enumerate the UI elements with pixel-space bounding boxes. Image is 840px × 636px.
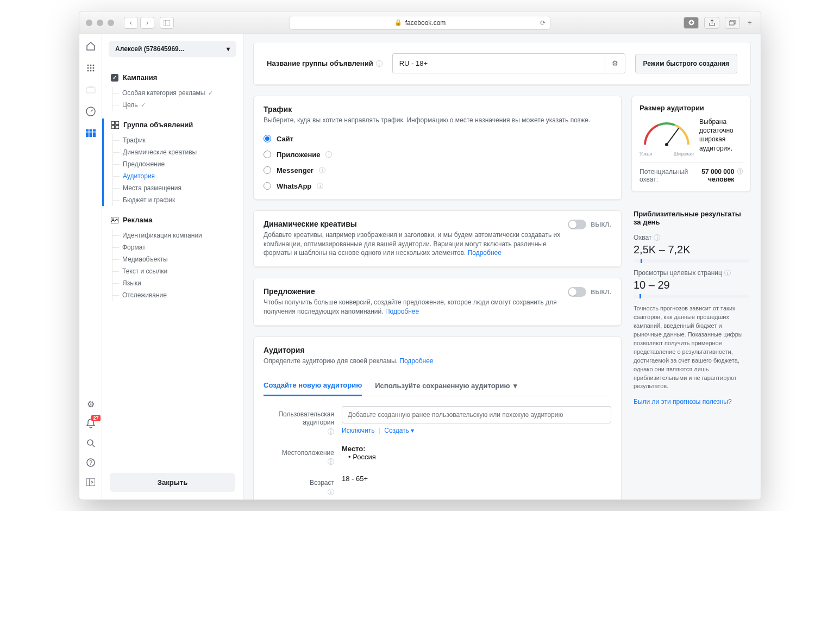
info-icon[interactable]: i [724,270,731,276]
reload-icon[interactable]: ⟳ [540,19,546,27]
exclude-link[interactable]: Исключить [342,427,374,434]
chevron-down-icon: ▾ [513,382,517,390]
info-icon[interactable]: i [654,234,660,241]
sidebar-item-placements[interactable]: Места размещения [113,182,243,194]
notifications-icon[interactable]: 27 [85,418,96,429]
help-icon[interactable]: ? [85,457,96,468]
dynamic-state: ВЫКЛ. [591,221,611,228]
reach-bar [634,259,749,263]
close-button[interactable]: Закрыть [110,473,235,492]
dashboard-icon[interactable] [85,106,96,117]
svg-rect-17 [89,129,92,137]
offer-toggle[interactable]: ВЫКЛ. [568,287,611,297]
name-settings-button[interactable]: ⚙ [605,53,625,73]
svg-point-11 [87,70,89,72]
svg-rect-19 [86,132,96,133]
traffic-option-messenger[interactable]: Messengeri [264,166,611,174]
svg-rect-26 [111,121,115,124]
feedback-link[interactable]: Были ли эти прогнозы полезны? [634,398,732,406]
url-bar[interactable]: 🔒 facebook.com ⟳ [290,16,550,30]
traffic-option-site[interactable]: Сайт [264,135,611,143]
adset-name-input[interactable] [392,53,605,73]
info-icon[interactable]: i [737,168,743,174]
tab-saved-audience[interactable]: Используйте сохраненную аудиторию▾ [375,376,517,396]
traffic-title: Трафик [264,105,611,114]
nav-forward-button[interactable]: › [140,17,154,29]
sidebar-item-offer[interactable]: Предложение [113,158,243,170]
est-lp-title: Просмотры целевых страниц [634,269,722,277]
offer-card: Предложение Чтобы получить больше конвер… [253,278,622,327]
sidebar-item-identity[interactable]: Идентификация компании [112,229,243,241]
checkbox-icon: ✓ [111,74,118,82]
sidebar-item-media[interactable]: Медиаобъекты [112,253,243,265]
sidebar-item-goal[interactable]: Цель✓ [112,99,243,111]
svg-line-21 [92,445,95,447]
info-icon[interactable]: i [317,183,323,189]
sidebar-item-text[interactable]: Текст и ссылки [112,265,243,277]
sidebar-item-traffic[interactable]: Трафик [113,134,243,146]
info-icon[interactable]: i [325,151,332,158]
offer-state: ВЫКЛ. [591,289,611,295]
svg-point-7 [92,65,94,66]
nav-back-button[interactable]: ‹ [124,17,138,29]
search-icon[interactable] [85,438,96,448]
campaign-header[interactable]: ✓ Кампания [108,71,243,84]
svg-rect-16 [86,129,89,137]
sidebar-toggle-button[interactable] [160,17,174,29]
share-button[interactable] [704,17,719,29]
chevron-down-icon: ▾ [227,45,230,53]
adset-name-label: Название группы объявлений [267,59,373,67]
lock-icon: 🔒 [394,19,402,26]
create-audience-link[interactable]: Создать ▾ [384,427,414,434]
offer-learn-link[interactable]: Подробнее [385,308,419,315]
sidebar-item-lang[interactable]: Языки [112,277,243,289]
dynamic-toggle[interactable]: ВЫКЛ. [568,220,611,229]
location-heading: Место: [342,445,611,453]
custom-audience-label: Пользовательская аудитория [264,410,334,427]
info-icon[interactable]: i [319,167,325,173]
audience-learn-link[interactable]: Подробнее [399,357,433,365]
sidebar-item-audience[interactable]: Аудитория [113,170,243,182]
traffic-light-max[interactable] [108,20,114,26]
home-icon[interactable] [85,41,96,52]
audience-title: Аудитория [264,346,611,354]
location-value: Россия [353,453,376,461]
sidebar-item-format[interactable]: Формат [112,241,243,253]
traffic-light-min[interactable] [97,20,103,26]
est-disclaimer: Точность прогнозов зависит от таких факт… [634,304,749,391]
new-tab-button[interactable]: + [745,18,754,27]
settings-icon[interactable]: ⚙ [85,398,96,409]
account-selector[interactable]: Алексей (578645969... ▾ [109,41,236,57]
account-label: Алексей (578645969... [115,45,184,53]
sidebar-item-special-category[interactable]: Особая категория рекламы✓ [112,87,243,99]
info-icon[interactable]: i [328,428,334,435]
info-icon[interactable]: i [328,489,334,495]
adset-header[interactable]: Группа объявлений [108,119,243,131]
collapse-icon[interactable] [85,477,96,488]
traffic-option-whatsapp[interactable]: WhatsAppi [264,182,611,190]
ad-header[interactable]: Реклама [108,214,243,226]
age-label: Возраст [310,479,334,488]
dynamic-learn-link[interactable]: Подробнее [468,249,502,257]
custom-audience-input[interactable] [342,406,611,423]
traffic-light-close[interactable] [86,20,92,26]
campaign-title: Кампания [123,73,157,82]
lp-bar [634,295,749,298]
apps-icon[interactable] [85,63,96,73]
info-icon[interactable]: i [328,458,334,465]
traffic-option-app[interactable]: Приложениеi [264,151,611,159]
svg-point-6 [90,65,91,66]
sidebar-item-dynamic[interactable]: Динамические креативы [113,146,243,158]
url-text: facebook.com [405,19,446,27]
info-icon[interactable]: i [376,60,383,67]
quick-create-button[interactable]: Режим быстрого создания [635,54,737,73]
briefcase-icon[interactable] [85,84,96,95]
sidebar-item-budget[interactable]: Бюджет и график [113,194,243,206]
adset-icon [111,121,119,129]
tab-create-audience[interactable]: Создайте новую аудиторию [264,376,362,396]
sidebar-item-tracking[interactable]: Отслеживание [112,289,243,301]
ads-manager-icon[interactable] [85,128,96,139]
tabs-button[interactable] [725,17,740,29]
download-button[interactable] [684,17,699,29]
ad-title: Реклама [123,216,152,224]
